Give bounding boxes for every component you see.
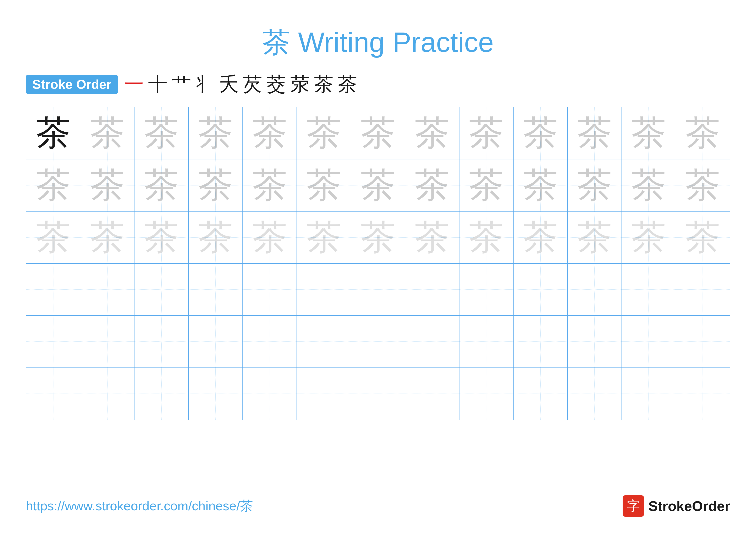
grid-cell[interactable] (80, 264, 134, 315)
grid-cell[interactable]: 茶 (405, 159, 459, 211)
grid-cell[interactable]: 茶 (134, 159, 189, 211)
grid-cell[interactable] (297, 368, 351, 420)
grid-cell[interactable]: 茶 (80, 212, 134, 263)
grid-cell[interactable] (459, 316, 514, 368)
grid-cell[interactable] (26, 368, 80, 420)
grid-cell[interactable] (514, 264, 568, 315)
grid-cell[interactable] (676, 264, 730, 315)
grid-cell[interactable] (26, 316, 80, 368)
practice-char: 茶 (415, 168, 449, 202)
grid-cell[interactable] (459, 368, 514, 420)
grid-cell[interactable]: 茶 (243, 212, 297, 263)
grid-cell[interactable] (134, 368, 189, 420)
grid-cell[interactable] (622, 368, 676, 420)
grid-cell[interactable] (514, 368, 568, 420)
grid-cell[interactable]: 茶 (351, 107, 405, 159)
grid-cell[interactable]: 茶 (297, 159, 351, 211)
stroke-order-badge: Stroke Order (26, 75, 118, 94)
grid-cell[interactable]: 茶 (26, 107, 80, 159)
practice-char: 茶 (686, 168, 720, 202)
grid-cell[interactable]: 茶 (26, 159, 80, 211)
grid-cell[interactable] (297, 264, 351, 315)
practice-char: 茶 (632, 168, 666, 202)
grid-cell[interactable] (405, 264, 459, 315)
grid-cell[interactable] (189, 316, 243, 368)
grid-cell[interactable] (134, 264, 189, 315)
grid-cell[interactable]: 茶 (297, 212, 351, 263)
grid-row-5 (26, 316, 730, 368)
grid-cell[interactable] (351, 316, 405, 368)
grid-cell[interactable] (243, 264, 297, 315)
grid-cell[interactable] (26, 264, 80, 315)
practice-char: 茶 (307, 116, 341, 150)
grid-cell[interactable]: 茶 (514, 159, 568, 211)
grid-cell[interactable]: 茶 (622, 107, 676, 159)
footer-url[interactable]: https://www.strokeorder.com/chinese/茶 (26, 497, 253, 515)
grid-cell[interactable] (351, 368, 405, 420)
grid-cell[interactable]: 茶 (189, 159, 243, 211)
practice-char: 茶 (469, 116, 503, 150)
grid-cell[interactable]: 茶 (459, 107, 514, 159)
grid-row-3: 茶 茶 茶 茶 茶 茶 茶 茶 茶 茶 茶 茶 茶 (26, 212, 730, 264)
grid-row-1: 茶 茶 茶 茶 茶 茶 茶 茶 茶 茶 茶 茶 茶 (26, 107, 730, 159)
grid-cell[interactable] (405, 316, 459, 368)
grid-cell[interactable]: 茶 (568, 212, 622, 263)
grid-cell[interactable] (134, 316, 189, 368)
grid-cell[interactable] (568, 264, 622, 315)
grid-cell[interactable]: 茶 (459, 159, 514, 211)
grid-cell[interactable]: 茶 (405, 212, 459, 263)
grid-cell[interactable]: 茶 (297, 107, 351, 159)
grid-cell[interactable] (676, 368, 730, 420)
practice-char: 茶 (577, 168, 612, 202)
grid-cell[interactable] (514, 316, 568, 368)
grid-cell[interactable]: 茶 (514, 107, 568, 159)
grid-cell[interactable] (676, 316, 730, 368)
grid-row-4 (26, 264, 730, 316)
grid-cell[interactable] (297, 316, 351, 368)
stroke-9: 茶 (314, 75, 334, 94)
grid-cell[interactable]: 茶 (676, 159, 730, 211)
grid-cell[interactable]: 茶 (134, 107, 189, 159)
grid-cell[interactable]: 茶 (80, 159, 134, 211)
grid-cell[interactable]: 茶 (568, 159, 622, 211)
practice-char: 茶 (469, 168, 503, 202)
grid-cell[interactable]: 茶 (622, 159, 676, 211)
practice-char: 茶 (361, 116, 395, 150)
grid-cell[interactable]: 茶 (26, 212, 80, 263)
grid-cell[interactable] (80, 368, 134, 420)
grid-cell[interactable]: 茶 (514, 212, 568, 263)
grid-cell[interactable]: 茶 (351, 212, 405, 263)
stroke-5: 夭 (219, 75, 239, 94)
grid-cell[interactable]: 茶 (189, 107, 243, 159)
grid-cell[interactable] (568, 316, 622, 368)
grid-cell[interactable]: 茶 (80, 107, 134, 159)
grid-cell[interactable] (622, 316, 676, 368)
grid-cell[interactable] (80, 316, 134, 368)
grid-cell[interactable] (189, 368, 243, 420)
grid-cell[interactable]: 茶 (243, 159, 297, 211)
practice-char: 茶 (253, 220, 287, 255)
grid-cell[interactable] (189, 264, 243, 315)
stroke-3: 艹 (172, 75, 191, 94)
grid-cell[interactable] (568, 368, 622, 420)
grid-cell[interactable]: 茶 (243, 107, 297, 159)
grid-row-6 (26, 368, 730, 420)
grid-cell[interactable]: 茶 (676, 107, 730, 159)
grid-cell[interactable]: 茶 (622, 212, 676, 263)
grid-cell[interactable]: 茶 (459, 212, 514, 263)
stroke-4: 丬 (196, 75, 215, 94)
grid-cell[interactable]: 茶 (405, 107, 459, 159)
grid-cell[interactable]: 茶 (568, 107, 622, 159)
grid-cell[interactable] (405, 368, 459, 420)
stroke-10: 茶 (338, 75, 357, 94)
grid-cell[interactable]: 茶 (351, 159, 405, 211)
grid-cell[interactable]: 茶 (189, 212, 243, 263)
grid-cell[interactable] (243, 368, 297, 420)
grid-cell[interactable]: 茶 (676, 212, 730, 263)
grid-cell[interactable] (351, 264, 405, 315)
grid-cell[interactable] (459, 264, 514, 315)
grid-cell[interactable] (243, 316, 297, 368)
grid-cell[interactable] (622, 264, 676, 315)
practice-char: 茶 (253, 116, 287, 150)
grid-cell[interactable]: 茶 (134, 212, 189, 263)
